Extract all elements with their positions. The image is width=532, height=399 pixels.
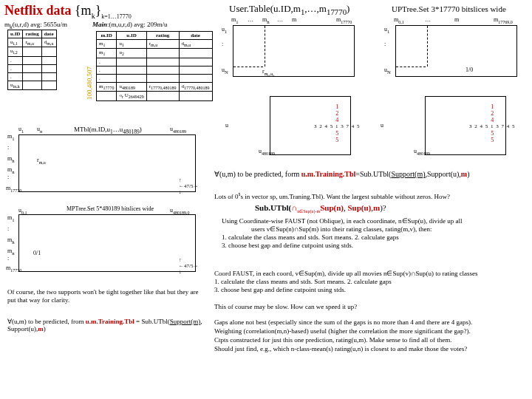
- l: 5: [314, 130, 361, 137]
- l: 3 2 4 5 1 3 7 4 5: [469, 123, 516, 130]
- su-h: m: [373, 203, 380, 212]
- l: m: [454, 16, 459, 23]
- su-b: ∩: [291, 203, 297, 212]
- gaps4: Should just find, e.g., which n-class-me…: [214, 344, 472, 353]
- mk-h2: rating: [23, 30, 41, 38]
- lots2: s in vector sp, um.Traning.Tbl). Want th…: [240, 193, 450, 200]
- l: 2: [314, 110, 361, 117]
- s: ,…,m: [304, 3, 327, 14]
- lots: Lots of 0: [214, 193, 239, 200]
- h: u.ID: [117, 32, 146, 40]
- l: 17770: [341, 20, 352, 24]
- arrow-475b: ←47/5→: [179, 263, 198, 269]
- main-table: m.IDu.IDratingdate m1u1rm,udm,u m1u2 . .…: [96, 31, 213, 101]
- h: m.ID: [97, 32, 117, 40]
- l: 17770: [10, 188, 21, 193]
- title-b: {m: [71, 3, 91, 18]
- l: 480189: [417, 151, 430, 156]
- c: 17770: [103, 86, 114, 90]
- algo1: Using Coordinate-wise FAUST (not Oblique…: [222, 217, 463, 225]
- l: 1: [225, 29, 227, 34]
- c: 2649429: [129, 95, 144, 100]
- pred-b: u.m.Training.Tbl: [301, 170, 355, 178]
- mtbl: MTbl(m.ID,u: [74, 126, 110, 133]
- title: Netflix data: [4, 3, 71, 18]
- main-label: Main: [92, 21, 107, 28]
- l: 3 2 4 5 1 3 7 4 5: [314, 123, 361, 130]
- l: :: [222, 41, 223, 47]
- p2b: u.m.Training.Tbl: [86, 318, 134, 325]
- l: m: [292, 16, 296, 23]
- su-d: Sup(n): [320, 203, 344, 212]
- h: rating: [146, 32, 179, 40]
- mk-cap: (u,r,d) avg: 5655u/m: [13, 21, 67, 28]
- l: N: [387, 69, 391, 75]
- coord2: 1. calculate the class means and stds. S…: [214, 278, 478, 286]
- l: 1: [314, 103, 361, 110]
- h: date: [179, 32, 212, 40]
- l: 0,1: [398, 20, 404, 24]
- title-d: }: [95, 3, 102, 18]
- gaps1: Gaps alone not best (especially since th…: [214, 318, 472, 327]
- coord1: Coord FAUST, in each coord, v∈Sup(m), di…: [214, 270, 478, 278]
- title-e: k=1…17770: [101, 13, 132, 20]
- l: …: [425, 16, 431, 23]
- l: u: [381, 122, 383, 129]
- mk-h3: date: [41, 30, 56, 38]
- su-c: n∈Sup(u)-m: [297, 209, 320, 214]
- uptree-rect: [395, 25, 517, 77]
- l: N: [225, 69, 228, 75]
- arrow-475: ←47/5→: [179, 183, 198, 189]
- p2f: m: [38, 325, 44, 332]
- coord3: 3. choose best gap and define cutpoint u…: [214, 286, 478, 294]
- pred-a: ∀(u,m) to be predicted, form: [214, 170, 301, 178]
- l: …: [277, 16, 283, 23]
- l: 480189: [262, 151, 275, 156]
- mptree-01: 0/1: [33, 250, 41, 256]
- p2c: = Sub.UTbl(: [134, 318, 170, 325]
- l: 5: [469, 130, 516, 137]
- main-cap: :(m,u,r,d) avg: 209m/u: [107, 21, 167, 28]
- mk-pre: m: [4, 21, 10, 28]
- p2a: ∀(u,m) to be predicted, from: [7, 318, 86, 325]
- uptree-title: UPTree.Set 3*17770 bitslices wide: [392, 4, 506, 13]
- l: 5: [469, 137, 516, 143]
- su-i: )?: [380, 203, 386, 212]
- pred-d: Support(m): [391, 170, 425, 178]
- gaps2: Weighting (correlation(m,n)-based) usefu…: [214, 327, 472, 335]
- algo3: 1. calculate the class means and stds. S…: [222, 233, 463, 242]
- uptree-10: 1/0: [466, 66, 473, 73]
- l: 17770: [10, 268, 21, 273]
- l: 2: [469, 110, 516, 117]
- s: …u: [113, 126, 123, 133]
- mptree-rect: [18, 214, 196, 272]
- ut-title: User.Table(u.ID,m: [229, 3, 301, 14]
- l: 4: [314, 117, 361, 123]
- mk-table: u.IDratingdate ui,1rm,udm,u ui,2 . . . u…: [7, 30, 57, 90]
- l: :: [384, 41, 386, 47]
- mptree-label: MPTree.Set 5*480189 bitslices wide: [66, 205, 154, 212]
- pred-c: =Sub.UTbl(: [355, 170, 391, 178]
- l: …: [248, 16, 253, 23]
- algo2: users v∈Sup(n)∩Sup(m) into their rating …: [222, 225, 463, 233]
- p2d: Support(m): [170, 318, 201, 325]
- pred-f: m: [461, 170, 467, 178]
- l: 4: [469, 117, 516, 123]
- su-a: Sub.UTbl(: [255, 203, 291, 212]
- p2g: ): [44, 325, 46, 332]
- mk-h1: u.ID: [8, 30, 23, 38]
- l: u: [225, 122, 228, 129]
- pred-e: ,Support(u),: [426, 170, 461, 178]
- s: ): [347, 3, 349, 14]
- l: 5: [314, 137, 361, 143]
- s: 17770: [327, 7, 347, 16]
- l: 480189: [173, 129, 186, 134]
- gaps3: Ctpts constructed for just this one pred…: [214, 335, 472, 344]
- su-f: Sup(u): [347, 203, 371, 212]
- sidebar-count: 100,480,507: [86, 41, 93, 100]
- pred-g: ): [467, 170, 469, 178]
- l: 1: [469, 103, 516, 110]
- c: 480189: [122, 86, 135, 90]
- s: ): [140, 126, 142, 133]
- l: 480189,0: [173, 211, 190, 215]
